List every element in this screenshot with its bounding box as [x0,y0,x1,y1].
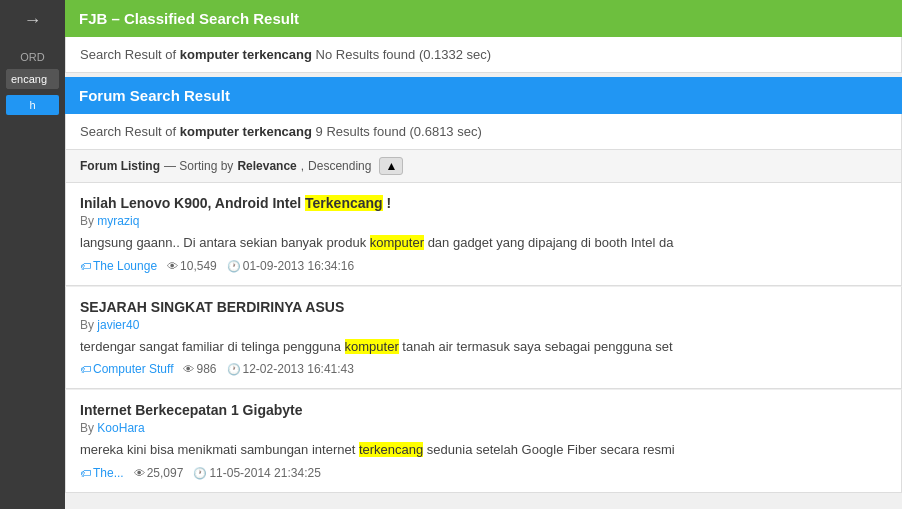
classified-section: FJB – Classified Search Result Search Re… [65,0,902,73]
main-content: FJB – Classified Search Result Search Re… [65,0,902,509]
forum-section-body: Search Result of komputer terkencang 9 R… [65,114,902,150]
forum-result-detail: 9 Results found (0.6813 sec) [316,124,482,139]
sort-direction-button[interactable]: ▲ [379,157,403,175]
result-author-link-1[interactable]: myraziq [97,214,139,228]
result-title-before-2: SEJARAH SINGKAT BERDIRINYA ASUS [80,299,344,315]
classified-result-text: Search Result of komputer terkencang No … [80,47,491,62]
result-views-3: 25,097 [134,466,184,480]
result-date-3: 11-05-2014 21:34:25 [193,466,320,480]
result-date-1: 01-09-2013 16:34:16 [227,259,354,273]
result-by-3: By KooHara [80,421,887,435]
forum-section: Forum Search Result Search Result of kom… [65,77,902,493]
result-excerpt-2: terdengar sangat familiar di telinga pen… [80,337,887,357]
result-title-after-1: ! [383,195,392,211]
result-title-before-3: Internet Berkecepatan 1 Gigabyte [80,402,303,418]
excerpt-before-3: mereka kini bisa menikmati sambungan int… [80,442,359,457]
result-item-1: Inilah Lenovo K900, Android Intel Terken… [65,183,902,286]
excerpt-after-1: dan gadget yang dipajang di booth Intel … [424,235,673,250]
sidebar-search-button[interactable]: h [6,95,59,115]
result-date-2: 12-02-2013 16:41:43 [227,362,354,376]
forum-sort-direction: Descending [308,159,371,173]
result-meta-3: The... 25,097 11-05-2014 21:34:25 [80,466,887,480]
classified-section-header: FJB – Classified Search Result [65,0,902,37]
excerpt-highlight-3: terkencang [359,442,423,457]
sidebar-label: ORD [6,51,59,63]
excerpt-before-2: terdengar sangat familiar di telinga pen… [80,339,345,354]
result-title-1: Inilah Lenovo K900, Android Intel Terken… [80,195,887,211]
classified-keyword: komputer terkencang [180,47,312,62]
result-tag-link-2[interactable]: Computer Stuff [80,362,173,376]
classified-result-detail: No Results found (0.1332 sec) [316,47,492,62]
forum-listing-bar: Forum Listing — Sorting by Relevance, De… [65,150,902,183]
result-views-2: 986 [183,362,216,376]
result-title-2: SEJARAH SINGKAT BERDIRINYA ASUS [80,299,887,315]
excerpt-highlight-2: komputer [345,339,399,354]
sidebar-arrow[interactable]: → [24,10,42,31]
sidebar-search-input[interactable] [6,69,59,89]
result-title-3: Internet Berkecepatan 1 Gigabyte [80,402,887,418]
result-author-link-2[interactable]: javier40 [97,318,139,332]
forum-listing-label: Forum Listing [80,159,160,173]
result-author-link-3[interactable]: KooHara [97,421,144,435]
excerpt-after-3: sedunia setelah Google Fiber secara resm… [423,442,674,457]
forum-result-text: Search Result of komputer terkencang 9 R… [80,124,482,139]
result-meta-1: The Lounge 10,549 01-09-2013 16:34:16 [80,259,887,273]
result-views-1: 10,549 [167,259,217,273]
result-excerpt-3: mereka kini bisa menikmati sambungan int… [80,440,887,460]
result-by-2: By javier40 [80,318,887,332]
classified-section-body: Search Result of komputer terkencang No … [65,37,902,73]
result-meta-2: Computer Stuff 986 12-02-2013 16:41:43 [80,362,887,376]
result-by-1: By myraziq [80,214,887,228]
excerpt-after-2: tanah air termasuk saya sebagai pengguna… [399,339,673,354]
forum-sort-field: Relevance [237,159,296,173]
excerpt-highlight-1: komputer [370,235,424,250]
result-title-highlight-1: Terkencang [305,195,383,211]
result-item-2: SEJARAH SINGKAT BERDIRINYA ASUS By javie… [65,286,902,390]
excerpt-before-1: langsung gaann.. Di antara sekian banyak… [80,235,370,250]
forum-section-header: Forum Search Result [65,77,902,114]
forum-keyword: komputer terkencang [180,124,312,139]
result-tag-link-1[interactable]: The Lounge [80,259,157,273]
page-wrapper: → ORD h FJB – Classified Search Result S… [0,0,902,509]
result-item-3: Internet Berkecepatan 1 Gigabyte By KooH… [65,389,902,493]
sidebar-input-group: ORD h [0,51,65,115]
sidebar: → ORD h [0,0,65,509]
result-title-before-1: Inilah Lenovo K900, Android Intel [80,195,305,211]
forum-sort-label: — Sorting by [164,159,233,173]
result-tag-link-3[interactable]: The... [80,466,124,480]
result-excerpt-1: langsung gaann.. Di antara sekian banyak… [80,233,887,253]
